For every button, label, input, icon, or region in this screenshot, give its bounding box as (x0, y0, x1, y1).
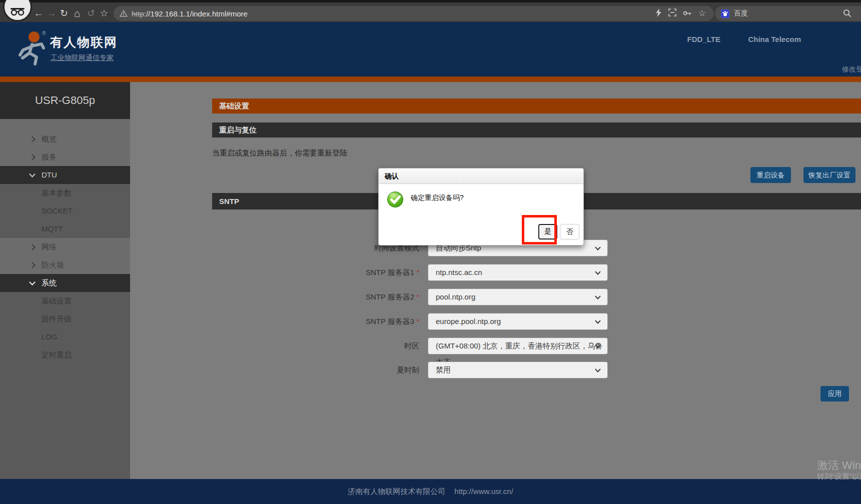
chevron-right-icon (29, 244, 36, 250)
restart-note: 当重启或复位路由器后，你需要重新登陆 (212, 148, 347, 158)
sidebar-item-basic-params[interactable]: 基本参数 (0, 184, 130, 202)
url-text: http://192.168.1.1/index.html#more (132, 10, 248, 18)
sidebar-item-system[interactable]: 系统 (0, 274, 130, 292)
accent-divider (0, 76, 861, 82)
network-mode-status: FDD_LTE (687, 35, 720, 44)
sidebar-item-dtu[interactable]: DTU (0, 166, 130, 184)
undo-button[interactable]: ↺ (85, 7, 98, 20)
select-sntp-server1[interactable]: ntp.ntsc.ac.cn (428, 264, 608, 281)
windows-activation-watermark-sub: 转到“设置”以激活 Windows。 (817, 472, 861, 482)
home-button[interactable]: ⌂ (71, 7, 84, 20)
sidebar-item-firewall[interactable]: 防火墙 (0, 256, 130, 274)
windows-activation-watermark: 激活 Windows (817, 458, 861, 473)
dialog-title: 确认 (379, 168, 583, 184)
address-bar[interactable]: http://192.168.1.1/index.html#more ☆ (114, 6, 714, 21)
chevron-right-icon (29, 262, 36, 268)
footer-company: 济南有人物联网技术有限公司 (348, 487, 445, 496)
sidebar-item-basic-settings[interactable]: 基础设置 (0, 292, 130, 310)
select-sntp-server3[interactable]: europe.pool.ntp.org (428, 313, 608, 330)
search-engine-label: 百度 (734, 9, 748, 18)
label-timezone: 时区 (280, 338, 419, 354)
label-sntp-server3: SNTP 服务器3* (280, 313, 419, 330)
browser-toolbar: ← → ↻ ⌂ ↺ ☆ http://192.168.1.1/index.htm… (0, 2, 861, 22)
required-mark: * (416, 268, 419, 276)
reload-button[interactable]: ↻ (58, 7, 71, 20)
not-secure-warning-icon (120, 10, 128, 17)
sidebar-item-firmware-upgrade[interactable]: 固件升级 (0, 310, 130, 328)
sidebar-item-mqtt[interactable]: MQTT (0, 220, 130, 238)
label-sntp-server2: SNTP 服务器2* (280, 288, 419, 306)
chevron-down-icon (595, 320, 601, 324)
page-footer: 济南有人物联网技术有限公司 http://www.usr.cn/ (0, 479, 861, 504)
key-icon[interactable] (683, 9, 692, 18)
scan-frame-icon[interactable] (668, 8, 676, 18)
chevron-down-icon (29, 171, 36, 178)
lightning-icon[interactable] (655, 8, 662, 19)
chevron-down-icon (595, 296, 601, 300)
chevron-down-icon (595, 271, 601, 275)
chevron-down-icon (595, 368, 601, 372)
required-mark: * (416, 317, 419, 326)
site-header: ® 有人物联网 工业物联网通信专家 FDD_LTE China Telecom … (0, 22, 861, 76)
label-daylight-saving: 夏时制 (280, 362, 419, 378)
sidebar-item-services[interactable]: 服务 (0, 148, 130, 166)
incognito-avatar-icon[interactable] (3, 0, 32, 22)
chevron-right-icon (29, 136, 36, 142)
brand-slogan: 工业物联网通信专家 (51, 54, 114, 62)
sidebar: USR-G805p 概览 服务 DTU 基本参数 SOCKET MQTT 网络 … (0, 82, 130, 479)
annotation-highlight (522, 215, 557, 244)
carrier-status: China Telecom (748, 35, 801, 44)
brand-title: 有人物联网 (50, 34, 118, 50)
search-box[interactable]: 百度 (715, 6, 861, 21)
change-password-link[interactable]: 修改登录密码 (842, 65, 861, 74)
chevron-down-icon (595, 246, 601, 250)
sidebar-item-network[interactable]: 网络 (0, 238, 130, 256)
favorite-star-icon[interactable]: ☆ (698, 10, 706, 18)
baidu-logo-icon (721, 10, 729, 18)
sidebar-item-log[interactable]: LOG (0, 328, 130, 346)
label-sntp-server1: SNTP 服务器1* (280, 264, 419, 281)
restart-section-header: 重启与复位 (212, 122, 861, 138)
search-icon[interactable] (843, 9, 851, 20)
incognito-glasses-icon (10, 8, 25, 16)
forward-button[interactable]: → (45, 7, 58, 20)
footer-website-link[interactable]: http://www.usr.cn/ (454, 487, 513, 496)
dialog-message: 确定重启设备吗? (411, 194, 464, 202)
chevron-right-icon (29, 154, 36, 160)
restart-device-button[interactable]: 重启设备 (750, 167, 791, 183)
select-daylight-saving[interactable]: 禁用 (428, 362, 608, 378)
select-timezone[interactable]: (GMT+08:00) 北京，重庆，香港特别行政区，乌鲁木齐 (428, 338, 608, 354)
sidebar-item-socket[interactable]: SOCKET (0, 202, 130, 220)
bookmark-star-button[interactable]: ☆ (98, 7, 111, 20)
sidebar-item-scheduled-restart[interactable]: 定时重启 (0, 346, 130, 364)
no-button[interactable]: 否 (560, 224, 579, 240)
page-title-bar: 基础设置 (212, 98, 861, 114)
apply-button[interactable]: 应用 (820, 386, 849, 402)
chevron-down-icon (29, 279, 36, 286)
required-mark: * (416, 292, 419, 301)
sidebar-item-overview[interactable]: 概览 (0, 130, 130, 148)
usr-iot-logo: ® (14, 29, 50, 69)
factory-reset-button[interactable]: 恢复出厂设置 (803, 167, 855, 183)
device-model-title: USR-G805p (0, 82, 130, 119)
success-check-icon (387, 191, 404, 210)
select-sntp-server2[interactable]: pool.ntp.org (428, 288, 608, 306)
svg-text:®: ® (42, 30, 46, 36)
chevron-down-icon (595, 344, 601, 348)
back-button[interactable]: ← (32, 7, 45, 20)
